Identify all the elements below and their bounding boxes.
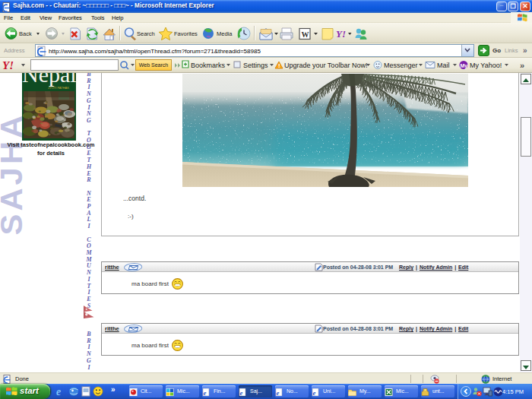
svg-text:e: e <box>313 389 316 397</box>
svg-text:e: e <box>277 389 280 397</box>
svg-text:Messenger: Messenger <box>384 62 418 69</box>
svg-text:Mail: Mail <box>437 62 450 69</box>
svg-text:Upgrade your Toolbar Now!: Upgrade your Toolbar Now! <box>284 62 367 69</box>
svg-text:Y!: Y! <box>2 59 14 71</box>
svg-text:Favorites: Favorites <box>174 30 198 37</box>
svg-text:Y!: Y! <box>336 28 346 40</box>
svg-text:e: e <box>240 389 243 397</box>
svg-text:Media: Media <box>217 30 233 37</box>
svg-text:!: ! <box>278 62 280 69</box>
svg-text:My: My <box>461 63 468 69</box>
svg-text:»: » <box>111 385 116 394</box>
svg-text:Back: Back <box>19 30 32 37</box>
svg-text:»: » <box>520 61 524 70</box>
svg-text:W: W <box>302 30 309 39</box>
svg-text:My Yahoo!: My Yahoo! <box>470 62 502 69</box>
svg-text:e: e <box>56 386 61 397</box>
svg-text:JYOTI PATHAK: JYOTI PATHAK <box>48 86 69 90</box>
svg-text:Bookmarks: Bookmarks <box>191 62 226 69</box>
svg-text:Settings: Settings <box>243 62 268 69</box>
svg-text:»: » <box>523 46 527 54</box>
svg-text:Search: Search <box>137 30 155 37</box>
svg-text:e: e <box>204 389 207 397</box>
svg-text:Nepal: Nepal <box>22 73 76 87</box>
